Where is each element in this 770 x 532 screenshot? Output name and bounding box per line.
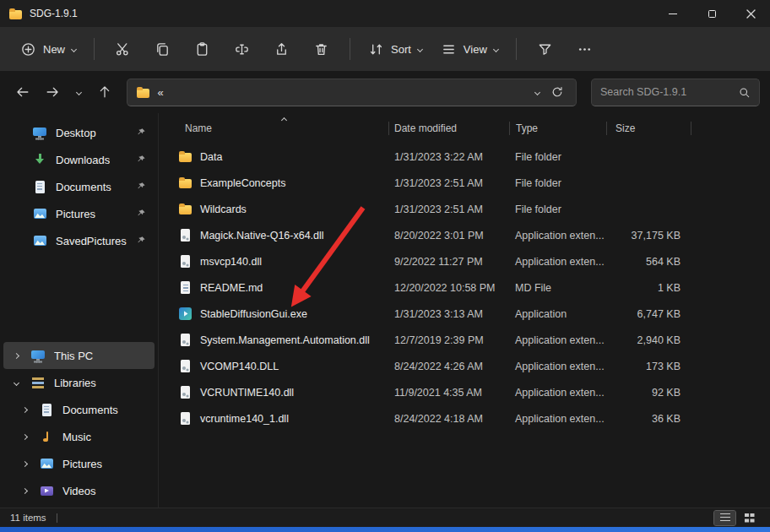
sidebar-item-library-pictures[interactable]: Pictures — [3, 450, 155, 477]
file-size: 2,940 KB — [606, 334, 691, 346]
file-row[interactable]: Data1/31/2023 3:22 AMFile folder — [159, 144, 770, 170]
file-row[interactable]: vcruntime140_1.dll8/24/2022 4:18 AMAppli… — [159, 405, 770, 432]
file-name: msvcp140.dll — [200, 256, 262, 268]
pictures-icon — [39, 456, 54, 471]
forward-button[interactable] — [40, 79, 66, 106]
file-row[interactable]: ExampleConcepts1/31/2023 2:51 AMFile fol… — [159, 170, 770, 196]
sidebar-item-savedpictures[interactable]: SavedPictures — [3, 227, 155, 254]
file-date-modified: 12/7/2019 2:39 PM — [388, 334, 509, 346]
chevron-right-icon[interactable] — [21, 433, 27, 439]
search-input[interactable] — [600, 86, 733, 98]
column-header-name[interactable]: Name — [159, 113, 388, 144]
sidebar-item-libraries[interactable]: Libraries — [3, 369, 155, 396]
pictures-icon — [32, 206, 47, 221]
column-header-date-modified[interactable]: Date modified — [388, 113, 509, 144]
filter-button[interactable] — [526, 35, 564, 64]
pin-icon — [136, 155, 148, 165]
sort-icon — [368, 41, 384, 57]
file-date-modified: 1/31/2023 3:13 AM — [388, 308, 509, 320]
videos-icon — [39, 483, 54, 498]
details-view-button[interactable] — [714, 511, 735, 525]
file-name: README.md — [200, 282, 263, 294]
folder-icon — [178, 202, 192, 216]
share-icon — [274, 41, 290, 57]
sidebar-item-downloads[interactable]: Downloads — [3, 146, 155, 173]
file-list-body: Data1/31/2023 3:22 AMFile folderExampleC… — [159, 144, 770, 432]
chevron-right-icon[interactable] — [21, 487, 27, 493]
close-button[interactable] — [731, 0, 770, 27]
folder-icon — [178, 149, 192, 164]
music-icon — [39, 429, 54, 444]
desktop-edge-strip — [0, 527, 770, 532]
column-header-type[interactable]: Type — [509, 113, 606, 144]
exe-icon — [178, 307, 192, 321]
file-size: 1 KB — [606, 282, 691, 294]
file-row[interactable]: VCRUNTIME140.dll11/9/2021 4:35 AMApplica… — [159, 379, 770, 405]
sidebar-item-desktop[interactable]: Desktop — [3, 119, 155, 146]
sidebar-item-this-pc[interactable]: This PC — [3, 342, 155, 369]
chevron-down-icon[interactable] — [13, 379, 19, 385]
sort-button-label: Sort — [391, 43, 411, 56]
chevron-right-icon[interactable] — [21, 406, 27, 412]
file-row[interactable]: msvcp140.dll9/2/2022 11:27 PMApplication… — [159, 248, 770, 274]
maximize-button[interactable] — [692, 0, 731, 27]
address-bar[interactable]: « — [127, 79, 577, 106]
thumbnail-view-icon — [745, 513, 754, 523]
address-dropdown-icon[interactable] — [534, 89, 540, 95]
file-row[interactable]: Magick.Native-Q16-x64.dll8/20/2022 3:01 … — [159, 222, 770, 248]
sidebar-item-library-videos[interactable]: Videos — [3, 477, 155, 504]
forward-icon — [45, 84, 60, 100]
thumbnail-view-button[interactable] — [739, 511, 760, 525]
title-bar: SDG-1.9.1 — [0, 0, 770, 27]
sidebar-item-documents[interactable]: Documents — [3, 173, 155, 200]
file-name: Wildcards — [200, 204, 247, 215]
status-bar: 11 items — [0, 508, 770, 527]
up-icon — [97, 84, 112, 100]
refresh-icon — [550, 85, 564, 99]
file-row[interactable]: VCOMP140.DLL8/24/2022 4:26 AMApplication… — [159, 353, 770, 379]
sidebar-item-label: Desktop — [56, 127, 96, 139]
search-box[interactable] — [591, 79, 760, 106]
file-row[interactable]: Wildcards1/31/2023 2:51 AMFile folder — [159, 196, 770, 222]
file-type: Application exten... — [509, 387, 606, 399]
plus-circle-icon — [20, 41, 36, 57]
breadcrumb[interactable]: « — [158, 86, 164, 99]
details-view-icon — [720, 513, 730, 522]
share-button[interactable] — [263, 35, 301, 64]
file-row[interactable]: StableDiffusionGui.exe1/31/2023 3:13 AMA… — [159, 301, 770, 327]
copy-button[interactable] — [144, 35, 182, 64]
delete-button[interactable] — [302, 35, 340, 64]
column-header-size[interactable]: Size — [606, 113, 691, 144]
chevron-right-icon[interactable] — [13, 352, 19, 358]
chevron-right-icon[interactable] — [21, 460, 27, 466]
file-size: 564 KB — [606, 256, 691, 268]
file-date-modified: 9/2/2022 11:27 PM — [388, 256, 509, 268]
more-options-button[interactable] — [566, 35, 604, 64]
file-row[interactable]: System.Management.Automation.dll12/7/201… — [159, 327, 770, 353]
refresh-button[interactable] — [547, 82, 567, 102]
pin-icon — [136, 128, 148, 138]
back-button[interactable] — [10, 79, 36, 106]
rename-icon — [234, 41, 250, 57]
minimize-button[interactable] — [653, 0, 692, 27]
paste-button[interactable] — [183, 35, 221, 64]
file-size: 6,747 KB — [606, 308, 691, 320]
up-button[interactable] — [92, 79, 118, 106]
sidebar-item-library-music[interactable]: Music — [3, 423, 155, 450]
sidebar-item-library-documents[interactable]: Documents — [3, 396, 155, 423]
new-button[interactable]: New — [12, 35, 84, 64]
file-row[interactable]: README.md12/20/2022 10:58 PMMD File1 KB — [159, 274, 770, 301]
sidebar-pinned-section: DesktopDownloadsDocumentsPicturesSavedPi… — [0, 119, 158, 254]
toolbar-separator — [94, 38, 95, 60]
file-date-modified: 11/9/2021 4:35 AM — [388, 387, 509, 399]
minimize-icon — [669, 14, 677, 14]
cut-button[interactable] — [104, 35, 142, 64]
view-button[interactable]: View — [432, 35, 507, 64]
pin-icon — [136, 182, 148, 192]
file-type: Application exten... — [509, 334, 606, 346]
rename-button[interactable] — [223, 35, 261, 64]
file-size: 92 KB — [606, 387, 691, 399]
sidebar-item-pictures[interactable]: Pictures — [3, 200, 155, 227]
recent-locations-button[interactable] — [68, 79, 89, 106]
sort-button[interactable]: Sort — [360, 35, 431, 64]
